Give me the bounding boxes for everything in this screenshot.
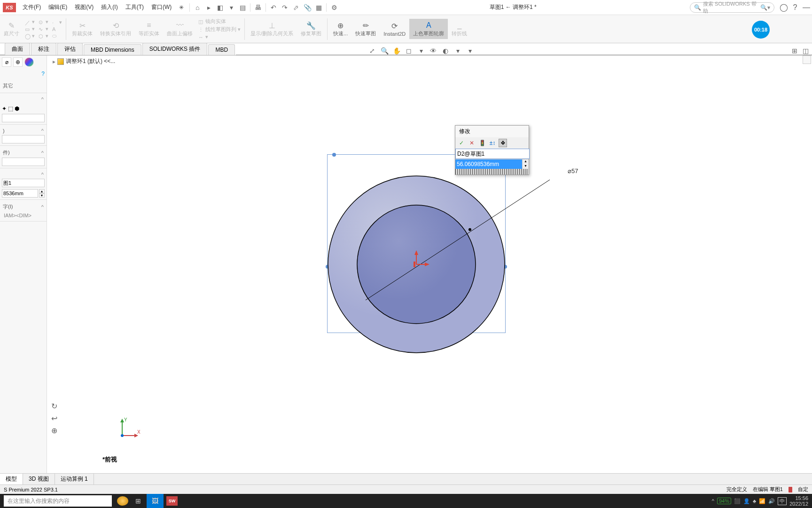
back-icon[interactable]: ▸ (203, 2, 214, 13)
view-orient-icon[interactable]: ⤢ (367, 46, 377, 56)
point-button[interactable]: ∙▾ (52, 19, 62, 25)
attach-icon[interactable]: 📎 (302, 2, 313, 13)
rect-button[interactable]: ▭▾ (25, 26, 35, 32)
rebuild-icon[interactable]: 🚦 (478, 139, 486, 147)
view-render-icon[interactable]: ▾ (465, 46, 475, 56)
clock[interactable]: 15:56 2022/12 (789, 495, 808, 507)
spin-down[interactable]: ▼ (39, 193, 45, 198)
dimension-value-input[interactable]: 56.06098536mm (455, 159, 522, 169)
target-tab-icon[interactable]: ⊕ (13, 57, 23, 67)
tab-mbd-dim[interactable]: MBD Dimensions (84, 44, 141, 55)
convert-button[interactable]: ⟲ 转换实体引用 (96, 19, 135, 39)
tool-ic-1[interactable]: ✦ (2, 105, 7, 112)
fold-line-button[interactable]: ⎯ 转折线 (448, 19, 471, 39)
mark-icon[interactable]: ❖ (499, 139, 507, 147)
menu-window[interactable]: 窗口(W) (148, 3, 175, 11)
photos-app-icon[interactable]: 🖼 (147, 494, 164, 508)
redo-icon[interactable]: ↷ (279, 2, 290, 13)
quick-sketch-button[interactable]: ✏ 快速草图 (351, 19, 380, 39)
menu-view[interactable]: 视图(V) (71, 3, 97, 11)
view-hide-icon[interactable]: ◐ (441, 46, 450, 56)
shade-sketch-button[interactable]: A 上色草图轮廓 (409, 19, 448, 39)
smart-dimension-button[interactable]: ✎ 庭尺寸 (0, 19, 23, 39)
wifi-icon[interactable]: 📶 (759, 498, 765, 504)
poly-button[interactable]: ⬡▾ (39, 33, 48, 39)
undo-flyout-icon[interactable]: ↩ (49, 413, 59, 423)
view-scene-icon[interactable]: ▾ (453, 46, 462, 56)
tool-ic-3[interactable]: ⬢ (15, 105, 19, 112)
settings-icon[interactable]: ⚙ (328, 2, 340, 13)
show-relations-button[interactable]: ⊥ 显示/删除几何关系 (247, 19, 297, 39)
spin-up[interactable]: ▲ (39, 189, 45, 193)
tab-mbd[interactable]: MBD (208, 44, 235, 55)
volume-icon[interactable]: 🔊 (768, 498, 775, 504)
tab-annotation[interactable]: 标注 (31, 43, 56, 55)
list-icon[interactable]: ▦ (313, 2, 324, 13)
view-pan-icon[interactable]: ✋ (392, 46, 401, 56)
dimension-name-input[interactable] (455, 149, 530, 159)
move-button[interactable]: ↔▾ (198, 34, 241, 40)
battery-icon[interactable]: 94% (717, 498, 731, 504)
task-view-icon[interactable]: ⊞ (130, 494, 147, 508)
linear-pattern-button[interactable]: ⋮⋮线性草图阵列▾ (198, 26, 241, 33)
undo-icon[interactable]: ↶ (268, 2, 279, 13)
value-slider[interactable] (455, 169, 529, 175)
corner-grid-icon[interactable]: ⊞ (790, 46, 799, 56)
tray-up-icon[interactable]: ^ (712, 498, 714, 504)
collapse-2[interactable]: )^ (2, 127, 45, 135)
text-button[interactable]: A (52, 26, 62, 32)
print-icon[interactable]: 🖶 (252, 2, 264, 13)
breadcrumb[interactable]: ▸ 调整环1 (默认) <<... (53, 57, 115, 65)
tab-evaluate[interactable]: 评估 (57, 43, 83, 55)
spin-up-icon[interactable]: ▲ (523, 159, 529, 164)
db-icon[interactable]: ▤ (237, 2, 248, 13)
repair-sketch-button[interactable]: 🔧 修复草图 (297, 19, 325, 39)
view-section-icon[interactable]: ▾ (416, 46, 426, 56)
tab-motion[interactable]: 运动算例 1 (55, 474, 94, 484)
home-icon[interactable]: ⌂ (192, 2, 203, 13)
windows-search-box[interactable]: 在这里输入你搜索的内容 (4, 495, 112, 507)
view-zoom-icon[interactable]: 🔍 (380, 46, 389, 56)
search-box[interactable]: 🔍 搜索 SOLIDWORKS 帮助 🔍▾ (690, 2, 774, 13)
tool-ic-2[interactable]: ⬚ (8, 105, 13, 112)
side-dropdown-2[interactable] (2, 135, 45, 143)
user-icon[interactable]: ◯ (778, 2, 789, 13)
font-label[interactable]: 字(I)^ (2, 202, 45, 212)
tab-surface[interactable]: 曲面 (5, 43, 30, 55)
minimize-icon[interactable]: — (801, 2, 812, 13)
curve-offset-button[interactable]: 〰 曲面上偏移 (163, 19, 196, 39)
side-dropdown-1[interactable] (2, 114, 45, 122)
save-icon[interactable]: ▾ (226, 2, 237, 13)
ime-icon[interactable]: 中 (778, 497, 787, 505)
redo-flyout-icon[interactable]: ↻ (49, 401, 59, 411)
offset-button[interactable]: ≡ 等距实体 (135, 19, 163, 39)
tool-icon[interactable]: ◧ (214, 2, 226, 13)
dimension-value-field[interactable] (2, 189, 38, 198)
collapse-1[interactable]: ^ (2, 95, 45, 103)
spin-down-icon[interactable]: ▼ (523, 164, 529, 169)
side-dropdown-3[interactable] (2, 158, 45, 166)
menu-tools[interactable]: 工具(T) (122, 3, 148, 11)
select-icon[interactable]: ⬀ (290, 2, 302, 13)
menu-file[interactable]: 文件(F) (19, 3, 45, 11)
view-box-icon[interactable]: ◻ (404, 46, 414, 56)
appearance-tab-icon[interactable] (24, 57, 34, 67)
mirror-button[interactable]: ◫镜向实体 (198, 18, 241, 25)
rp-btn-1[interactable] (803, 56, 811, 64)
instant2d-button[interactable]: ⟳ Instant2D (380, 20, 409, 39)
canvas[interactable]: ▸ 调整环1 (默认) <<... (47, 56, 812, 473)
spline-button[interactable]: ∿▾ (39, 26, 48, 32)
solidworks-task-icon[interactable]: SW (164, 494, 180, 508)
collapse-4[interactable]: ^ (2, 170, 45, 179)
menu-insert[interactable]: 插入(I) (97, 3, 121, 11)
tab-model[interactable]: 模型 (0, 474, 23, 484)
circle-button[interactable]: ◯▾ (25, 33, 35, 39)
tray-icon-3[interactable]: ♣ (753, 498, 756, 504)
menu-edit[interactable]: 编辑(E) (45, 3, 71, 11)
quick-snap-button[interactable]: ⊕ 快速... (329, 19, 351, 39)
search-dropdown-icon[interactable]: 🔍▾ (760, 4, 770, 11)
line-button[interactable]: ／▾ (25, 19, 35, 25)
tab-sw-plugins[interactable]: SOLIDWORKS 插件 (142, 43, 208, 55)
menu-more[interactable]: ✳ (175, 4, 187, 11)
tray-icon-2[interactable]: 👤 (743, 498, 750, 504)
